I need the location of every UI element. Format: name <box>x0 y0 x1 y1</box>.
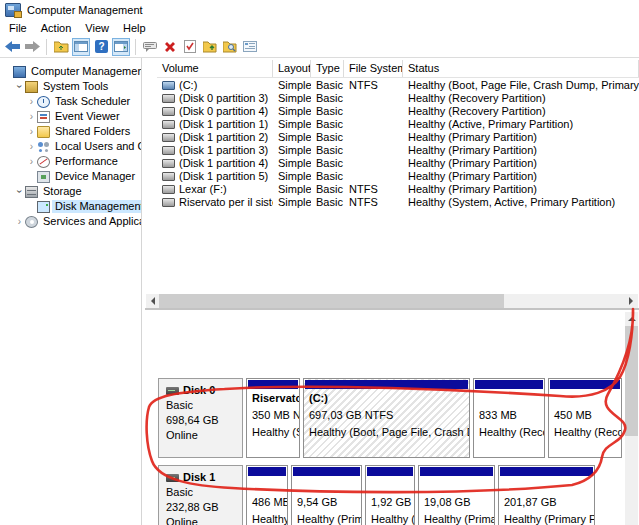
partition-size: 201,87 GB <box>499 494 594 511</box>
sidebar-item-event-viewer[interactable]: ›Event Viewer <box>0 109 141 124</box>
volume-row[interactable]: Riservato per il sistemaSimpleBasicNTFSH… <box>157 195 639 208</box>
help-icon[interactable]: ? <box>92 38 110 56</box>
disk-label-0[interactable]: Disk 0Basic698,64 GBOnline <box>158 378 243 458</box>
sidebar-item-shared-folders[interactable]: ›Shared Folders <box>0 124 141 139</box>
cell-volume: (Disk 1 partition 3) <box>157 144 273 156</box>
partition-status: Healthy (Prim <box>292 511 361 525</box>
horizontal-scrollbar-thumb[interactable] <box>159 294 504 308</box>
volume-icon <box>162 94 175 103</box>
performance-icon <box>37 156 50 168</box>
chevron-collapsed-icon[interactable]: › <box>26 111 37 122</box>
partition-name <box>366 477 414 494</box>
disk-label-1[interactable]: Disk 1Basic232,88 GBOnline <box>158 465 243 525</box>
chevron-collapsed-icon[interactable]: › <box>26 156 37 167</box>
volume-row[interactable]: (C:)SimpleBasicNTFSHealthy (Boot, Page F… <box>157 78 639 91</box>
menu-action[interactable]: Action <box>34 21 79 35</box>
volume-row[interactable]: (Disk 1 partition 4)SimpleBasicHealthy (… <box>157 156 639 169</box>
explore-folder-icon[interactable] <box>221 38 239 56</box>
volume-icon <box>162 172 175 181</box>
menu-file[interactable]: File <box>2 21 34 35</box>
disk-management-icon <box>37 201 50 213</box>
partition-1-0[interactable]: 486 MBHealthy <box>246 465 288 525</box>
partition-size: 1,92 GB <box>366 494 414 511</box>
partition-1-4[interactable]: 201,87 GBHealthy (Primary Pa <box>498 465 595 525</box>
column-header-layout[interactable]: Layout <box>273 60 311 77</box>
scroll-right-icon[interactable] <box>625 294 638 308</box>
partition-status: Healthy <box>247 511 287 525</box>
column-header-file-system[interactable]: File System <box>344 60 403 77</box>
vertical-scrollbar[interactable] <box>625 312 638 525</box>
forward-icon[interactable] <box>23 38 41 56</box>
sidebar-item-computer-management-local-[interactable]: Computer Management (Local) <box>0 64 141 79</box>
scroll-up-icon[interactable] <box>625 312 638 325</box>
volume-icon <box>162 198 175 207</box>
chevron-collapsed-icon[interactable]: › <box>14 216 25 227</box>
horizontal-scrollbar[interactable] <box>146 294 638 308</box>
partition-status: Healthy (P <box>366 511 414 525</box>
cell-layout: Simple <box>273 131 311 143</box>
sidebar-item-task-scheduler[interactable]: ›Task Scheduler <box>0 94 141 109</box>
cell-status: Healthy (System, Active, Primary Partiti… <box>403 196 639 208</box>
chevron-collapsed-icon[interactable]: › <box>26 96 37 107</box>
volume-row[interactable]: (Disk 1 partition 2)SimpleBasicHealthy (… <box>157 130 639 143</box>
partition-name: (C:) <box>304 390 469 407</box>
cell-layout: Simple <box>273 92 311 104</box>
sidebar-item-services-and-applications[interactable]: ›Services and Applications <box>0 214 141 229</box>
volume-row[interactable]: (Disk 0 partition 4)SimpleBasicHealthy (… <box>157 104 639 117</box>
cell-layout: Simple <box>273 196 311 208</box>
column-header-volume[interactable]: Volume <box>157 60 273 77</box>
cell-status: Healthy (Primary Partition) <box>403 131 639 143</box>
properties-icon[interactable] <box>241 38 259 56</box>
cell-type: Basic <box>311 105 344 117</box>
volume-row[interactable]: (Disk 0 partition 3)SimpleBasicHealthy (… <box>157 91 639 104</box>
column-header-status[interactable]: Status <box>403 60 639 77</box>
volume-row[interactable]: Lexar (F:)SimpleBasicNTFSHealthy (Primar… <box>157 182 639 195</box>
partition-type-bar <box>293 467 360 476</box>
sidebar-item-device-manager[interactable]: Device Manager <box>0 169 141 184</box>
show-console-tree-icon[interactable] <box>72 38 90 56</box>
delete-volume-icon[interactable] <box>161 38 179 56</box>
sidebar-item-label: Event Viewer <box>52 110 123 123</box>
sidebar-item-performance[interactable]: ›Performance <box>0 154 141 169</box>
sidebar-item-disk-management[interactable]: Disk Management <box>0 199 141 214</box>
sidebar-item-system-tools[interactable]: ›System Tools <box>0 79 141 94</box>
column-header-type[interactable]: Type <box>311 60 344 77</box>
partition-0-2[interactable]: 833 MBHealthy (Recov <box>473 378 545 458</box>
sidebar-item-label: Performance <box>52 155 121 168</box>
horizontal-scrollbar-track[interactable] <box>504 294 625 308</box>
volume-name: (Disk 0 partition 3) <box>179 92 268 104</box>
partition-0-3[interactable]: 450 MBHealthy (Reco <box>548 378 622 458</box>
sidebar-item-local-users-and-groups[interactable]: ›Local Users and Groups <box>0 139 141 154</box>
cell-volume: (Disk 1 partition 2) <box>157 131 273 143</box>
computer-icon <box>13 66 26 78</box>
cell-type: Basic <box>311 92 344 104</box>
chevron-expanded-icon[interactable]: › <box>14 81 25 92</box>
partition-1-2[interactable]: 1,92 GBHealthy (P <box>365 465 415 525</box>
partition-size: 486 MB <box>247 494 287 511</box>
mark-partition-icon[interactable] <box>181 38 199 56</box>
cell-fs: NTFS <box>344 196 403 208</box>
computer-management-window: Computer Management FileActionViewHelp ? <box>0 0 639 525</box>
open-folder-icon[interactable] <box>201 38 219 56</box>
show-action-pane-icon[interactable] <box>112 38 130 56</box>
volume-row[interactable]: (Disk 1 partition 5)SimpleBasicHealthy (… <box>157 169 639 182</box>
partition-0-1[interactable]: (C:)697,03 GB NTFSHealthy (Boot, Page Fi… <box>303 378 470 458</box>
volume-row[interactable]: (Disk 1 partition 3)SimpleBasicHealthy (… <box>157 143 639 156</box>
vertical-scrollbar-thumb[interactable] <box>625 326 638 436</box>
up-one-level-icon[interactable] <box>52 38 70 56</box>
disk-management-view: VolumeLayoutTypeFile SystemStatus (C:)Si… <box>145 58 639 525</box>
chevron-collapsed-icon[interactable]: › <box>26 141 37 152</box>
chevron-expanded-icon[interactable]: › <box>14 186 25 197</box>
partition-1-1[interactable]: 9,54 GBHealthy (Prim <box>291 465 362 525</box>
callout-icon[interactable] <box>141 38 159 56</box>
cell-type: Basic <box>311 131 344 143</box>
sidebar-item-storage[interactable]: ›Storage <box>0 184 141 199</box>
partition-1-3[interactable]: 19,08 GBHealthy (Prima <box>418 465 495 525</box>
volume-row[interactable]: (Disk 1 partition 1)SimpleBasicHealthy (… <box>157 117 639 130</box>
menu-help[interactable]: Help <box>116 21 153 35</box>
back-icon[interactable] <box>3 38 21 56</box>
menu-view[interactable]: View <box>78 21 116 35</box>
partition-0-0[interactable]: Riservato pe350 MB NTFSHealthy (Syst <box>246 378 300 458</box>
chevron-collapsed-icon[interactable]: › <box>26 126 37 137</box>
scroll-left-icon[interactable] <box>146 294 159 308</box>
